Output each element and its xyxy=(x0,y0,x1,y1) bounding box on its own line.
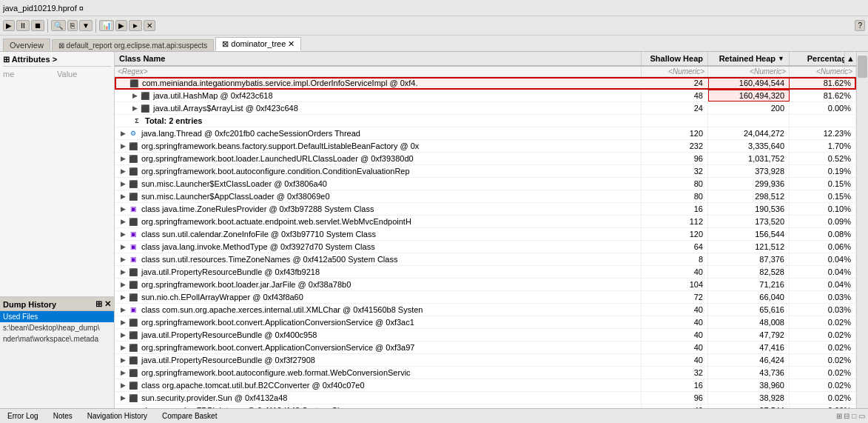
expand-icon[interactable]: ▶ xyxy=(132,104,138,112)
col-header-retained[interactable]: Retained Heap ▼ xyxy=(708,52,790,65)
tab-suspects[interactable]: ⊠ default_report org.eclipse.mat.api:sus… xyxy=(52,39,214,51)
table-row[interactable]: ▶⬛sun.nio.ch.EPollArrayWrapper @ 0xf43f8… xyxy=(115,291,856,304)
table-row[interactable]: ▶▣class java.time.ZoneRulesProvider @ 0x… xyxy=(115,203,856,216)
tab-compare-basket[interactable]: Compare Basket xyxy=(158,411,221,421)
table-row[interactable]: ▶⬛java.util.PropertyResourceBundle @ 0xf… xyxy=(115,354,856,367)
sidebar-bottom-item-path1[interactable]: s:\bean\Desktop\heap_dump\ xyxy=(0,322,114,333)
expand-icon[interactable]: ▶ xyxy=(121,230,126,238)
tab-error-log[interactable]: Error Log xyxy=(3,411,43,421)
table-row[interactable]: ▶⬛org.springframework.boot.autoconfigure… xyxy=(115,165,856,178)
expand-icon[interactable]: ▶ xyxy=(121,167,126,175)
expand-icon[interactable]: ▶ xyxy=(121,306,126,313)
tab-notes[interactable]: Notes xyxy=(49,411,77,421)
expand-icon[interactable]: ▶ xyxy=(121,344,126,351)
table-row[interactable]: ▶⬛org.springframework.boot.loader.jar.Ja… xyxy=(115,279,856,291)
expand-icon[interactable]: ▶ xyxy=(121,193,126,200)
table-row[interactable]: ΣTotal: 2 entries xyxy=(115,115,856,127)
table-row[interactable]: ⬛com.meinianda.integationmybatis.service… xyxy=(115,77,856,90)
toolbar-btn-suspend[interactable]: ⏸ xyxy=(16,20,30,31)
sidebar-bottom-item-path2[interactable]: nder\mat\workspace\.metada xyxy=(0,333,114,344)
toolbar-btn-search[interactable]: 🔍 xyxy=(51,20,66,31)
table-row[interactable]: ▶⬛org.springframework.beans.factory.supp… xyxy=(115,140,856,153)
toolbar: ▶ ⏸ ⏹ 🔍 ⎘ ▼ 📊 ▶ ► ✕ ? xyxy=(0,16,868,36)
table-row[interactable]: ▶▣class com.sun.org.apache.xerces.intern… xyxy=(115,304,856,316)
table-row[interactable]: ▶⬛java.util.HashMap @ 0xf423c61848160,49… xyxy=(115,90,856,102)
table-row[interactable]: ▶⬛sun.misc.Launcher$ExtClassLoader @ 0xf… xyxy=(115,178,856,190)
expand-icon[interactable]: ▶ xyxy=(121,256,126,263)
table-row[interactable]: ▶⬛sun.misc.Launcher$AppClassLoader @ 0xf… xyxy=(115,190,856,203)
toolbar-btn-help[interactable]: ? xyxy=(855,20,865,31)
table-row[interactable]: ▶⬛java.util.PropertyResourceBundle @ 0xf… xyxy=(115,329,856,342)
scrollbar-right[interactable] xyxy=(856,52,868,408)
filter-shallow[interactable]: <Numeric> xyxy=(642,67,708,76)
expand-icon[interactable]: ▶ xyxy=(121,142,126,150)
cell-retained: 82,528 xyxy=(708,266,790,278)
cell-shallow: 120 xyxy=(642,228,708,240)
cell-class: ▶⬛org.springframework.boot.convert.Appli… xyxy=(115,342,642,353)
table-row[interactable]: ▶▣class java.lang.invoke.MethodType @ 0x… xyxy=(115,241,856,253)
col-header-class[interactable]: Class Name xyxy=(115,52,642,65)
object-icon: ⬛ xyxy=(129,343,138,352)
expand-icon[interactable]: ▶ xyxy=(132,92,138,99)
expand-icon[interactable]: ▶ xyxy=(121,281,126,288)
expand-icon[interactable]: ▶ xyxy=(121,331,126,339)
filter-pct[interactable]: <Numeric> xyxy=(790,67,856,76)
cell-pct: 0.04% xyxy=(790,253,856,265)
table-row[interactable]: ▶⬛org.springframework.boot.convert.Appli… xyxy=(115,316,856,329)
object-icon: ⬛ xyxy=(129,368,138,377)
table-row[interactable]: ▶⬛org.springframework.boot.autoconfigure… xyxy=(115,367,856,379)
expand-icon[interactable]: ▶ xyxy=(121,180,126,187)
expand-icon[interactable]: ▶ xyxy=(121,243,126,250)
table-row[interactable]: ▶▣class sun.util.calendar.ZoneInfoFile @… xyxy=(115,228,856,241)
toolbar-btn-stop[interactable]: ⏹ xyxy=(31,20,44,31)
expand-icon[interactable]: ▶ xyxy=(121,356,126,364)
tab-dominator[interactable]: ⊠ dominator_tree ✕ xyxy=(215,37,301,51)
table-row[interactable]: ▶▣class sun.util.resources.TimeZoneNames… xyxy=(115,253,856,266)
expand-icon[interactable]: ▶ xyxy=(121,218,126,225)
filter-retained[interactable]: <Numeric> xyxy=(708,67,790,76)
expand-icon[interactable]: ▶ xyxy=(121,268,126,276)
table-row[interactable]: ▶⬛sun.security.provider.Sun @ 0xf4132a48… xyxy=(115,392,856,404)
table-row[interactable]: ▶⬛java.util.Arrays$ArrayList @ 0xf423c64… xyxy=(115,102,856,115)
col-header-shallow[interactable]: Shallow Heap xyxy=(642,52,708,65)
table-row[interactable]: ▶⬛org.springframework.boot.convert.Appli… xyxy=(115,342,856,354)
scroll-up-btn[interactable]: ▲ xyxy=(844,52,856,65)
sidebar-bottom: Dump History ⊞ ✕ Used Files s:\bean\Desk… xyxy=(0,297,114,408)
toolbar-btn-copy[interactable]: ⎘ xyxy=(67,20,78,31)
expand-icon[interactable]: ▶ xyxy=(121,369,126,376)
table-row[interactable]: ▶⬛java.util.PropertyResourceBundle @ 0xf… xyxy=(115,266,856,279)
dump-history-icon[interactable]: ⊞ ✕ xyxy=(95,299,111,309)
cell-pct: 0.02% xyxy=(790,379,856,391)
cell-retained: 299,936 xyxy=(708,178,790,190)
attr-value-label: Value xyxy=(57,70,111,79)
toolbar-btn-close[interactable]: ✕ xyxy=(144,20,155,31)
expand-icon[interactable]: ▶ xyxy=(121,293,126,301)
expand-icon[interactable]: ▶ xyxy=(121,155,126,162)
sidebar-bottom-item-used-files[interactable]: Used Files xyxy=(0,311,114,322)
column-headers: Class Name Shallow Heap Retained Heap ▼ … xyxy=(115,52,856,67)
toolbar-btn-run[interactable]: ▶ xyxy=(3,20,15,31)
expand-icon[interactable]: ▶ xyxy=(121,394,126,402)
tab-overview[interactable]: Overview xyxy=(3,39,50,51)
toolbar-btn-dropdown[interactable]: ▼ xyxy=(79,20,92,31)
toolbar-btn-next[interactable]: ► xyxy=(129,20,142,31)
expand-icon[interactable]: ▶ xyxy=(121,319,126,326)
filter-class[interactable]: <Regex> xyxy=(115,67,642,76)
cell-retained: 190,536 xyxy=(708,203,790,215)
toolbar-btn-chart[interactable]: 📊 xyxy=(99,20,114,31)
expand-icon[interactable]: ▶ xyxy=(121,382,126,389)
cell-class-text: class com.sun.org.apache.xerces.internal… xyxy=(141,305,423,314)
cell-retained: 1,031,752 xyxy=(708,153,790,164)
cell-class-text: java.lang.Thread @ 0xfc201fb0 cacheSessi… xyxy=(141,129,360,138)
expand-icon[interactable]: ▶ xyxy=(121,205,126,213)
tab-nav-history[interactable]: Navigation History xyxy=(83,411,152,421)
object-icon: ⬛ xyxy=(141,104,149,113)
table-row[interactable]: ▶⬛org.springframework.boot.loader.Launch… xyxy=(115,153,856,165)
table-row[interactable]: ▶⬛org.springframework.boot.actuate.endpo… xyxy=(115,216,856,228)
object-icon: ⬛ xyxy=(129,318,138,327)
scrollbar-thumb[interactable] xyxy=(858,56,867,78)
table-row[interactable]: ▶⬛class org.apache.tomcat.util.buf.B2CCo… xyxy=(115,379,856,392)
table-row[interactable]: ▶⚙java.lang.Thread @ 0xfc201fb0 cacheSes… xyxy=(115,127,856,140)
toolbar-btn-play[interactable]: ▶ xyxy=(115,20,127,31)
expand-icon[interactable]: ▶ xyxy=(121,130,126,137)
